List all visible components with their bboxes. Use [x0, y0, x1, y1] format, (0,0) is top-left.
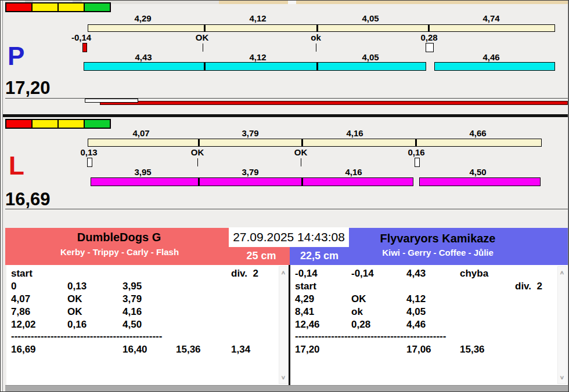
- p-split-bar: [88, 24, 555, 32]
- l-split-label-2: 3,79: [242, 129, 258, 137]
- table-row: 4,07OK3,79: [6, 293, 289, 305]
- bottom-status-strip: [5, 385, 568, 392]
- lane-separator-bar: [3, 114, 568, 117]
- p-change-tick-2: [316, 43, 316, 52]
- p-split-tick-3: [428, 25, 430, 31]
- l-segment-label-1: 3,95: [134, 168, 151, 176]
- l-split-bar: [88, 139, 542, 147]
- l-mark-label-4: 0,16: [408, 148, 424, 157]
- table-row: startdiv. 2: [290, 281, 568, 292]
- p-segment-bar-2: [434, 62, 555, 71]
- p-lane-label: P: [8, 45, 24, 68]
- p-start-fault-marker: [82, 43, 87, 52]
- table-total-row: 17,2017,0615,36: [290, 344, 568, 355]
- p-segment-tick-2: [316, 63, 318, 70]
- table-row: 8,41ok4,05: [290, 306, 568, 318]
- table-row: 4,29OK4,12: [290, 293, 568, 305]
- team-right-result-panel[interactable]: -0,14-0,144,43chyba startdiv. 2 4,29OK4,…: [290, 265, 568, 385]
- p-block-green: [84, 2, 111, 12]
- scroll-down-icon[interactable]: ∨: [558, 375, 566, 380]
- p-mark-label-4: 0,28: [420, 33, 437, 42]
- l-segment-bar-2: [419, 177, 541, 186]
- p-total-time: 17,20: [5, 79, 51, 97]
- l-mark-label-3: OK: [294, 148, 308, 157]
- run-progress-bar: [100, 101, 568, 105]
- l-block-yellow-1: [31, 119, 59, 129]
- l-mark-label-1: 0,13: [80, 148, 97, 157]
- p-segment-label-2: 4,12: [249, 53, 266, 61]
- window-left-frame: [2, 1, 3, 392]
- l-segment-label-3: 4,16: [345, 168, 362, 176]
- p-split-label-1: 4,29: [134, 14, 151, 23]
- p-gap-marker: [426, 43, 434, 52]
- p-segment-label-3: 4,05: [362, 53, 379, 61]
- table-total-row: 16,6916,4015,361,34: [6, 344, 289, 355]
- team-left-dogs: Kerby - Trippy - Carly - Flash: [60, 247, 179, 257]
- l-block-green: [84, 119, 111, 129]
- team-left-result-panel[interactable]: startdiv. 2 00,133,95 4,07OK3,79 7,86OK4…: [6, 265, 289, 385]
- table-row: -0,14-0,144,43chyba: [290, 268, 568, 280]
- l-change-tick-2: [301, 158, 301, 166]
- l-split-label-3: 4,16: [346, 129, 363, 137]
- scroll-up-icon[interactable]: ∧: [558, 270, 566, 275]
- l-mark-label-2: OK: [191, 148, 204, 157]
- scroll-up-icon[interactable]: ∧: [279, 270, 287, 275]
- l-gap-marker: [415, 158, 420, 167]
- p-block-yellow-2: [57, 2, 85, 12]
- p-split-tick-1: [204, 25, 206, 31]
- table-row: 12,020,164,50: [6, 319, 289, 331]
- team-left-jump-height: 25 cm: [246, 250, 276, 262]
- p-mark-label-2: OK: [196, 33, 209, 42]
- table-row: 7,86OK4,16: [6, 306, 289, 318]
- l-segment-label-4: 4,50: [469, 168, 486, 176]
- p-segment-tick-1: [204, 63, 206, 70]
- p-block-yellow-1: [31, 2, 59, 12]
- p-split-tick-2: [316, 25, 318, 31]
- l-split-label-1: 4,07: [132, 129, 149, 137]
- table-separator: ----------------------------------------…: [11, 332, 162, 340]
- l-segment-tick-1: [198, 178, 200, 186]
- left-panel-scrollbar[interactable]: ∧ ∨: [279, 266, 288, 384]
- run-marker-bar: [85, 99, 138, 103]
- table-separator: ----------------------------------------…: [295, 332, 446, 340]
- p-segment-label-4: 4,46: [482, 53, 499, 61]
- p-split-label-3: 4,05: [362, 14, 379, 23]
- l-segment-label-2: 3,79: [242, 168, 258, 176]
- p-mark-label-3: ok: [311, 33, 321, 42]
- p-traffic-blocks: [5, 2, 111, 12]
- team-right-jump-height: 22,5 cm: [300, 250, 338, 262]
- top-strip-notch: [288, 1, 296, 4]
- p-segment-label-1: 4,43: [135, 53, 152, 61]
- top-strip-tan: [219, 1, 568, 4]
- p-mark-label-1: -0,14: [71, 33, 91, 42]
- l-traffic-blocks: [5, 119, 111, 129]
- team-left-name: DumbleDogs G: [77, 231, 161, 244]
- l-segment-bar-1: [91, 177, 413, 186]
- p-split-label-2: 4,12: [249, 14, 266, 23]
- l-total-time: 16,69: [5, 191, 51, 208]
- p-change-tick-1: [203, 43, 203, 52]
- l-lane-label: L: [9, 154, 24, 177]
- l-split-tick-1: [198, 139, 200, 146]
- team-right-name: Flyvaryors Kamikaze: [380, 232, 495, 245]
- p-split-label-4: 4,74: [482, 14, 499, 23]
- right-panel-scrollbar[interactable]: ∧ ∨: [557, 266, 567, 384]
- team-right-dogs: Kiwi - Gerry - Coffee - Jůlie: [382, 248, 494, 257]
- l-start-marker: [87, 158, 92, 167]
- l-segment-tick-2: [301, 178, 303, 186]
- table-row: startdiv. 2: [6, 268, 289, 280]
- table-row: 12,460,284,46: [290, 319, 568, 331]
- l-split-tick-3: [415, 139, 417, 146]
- l-split-label-4: 4,66: [469, 129, 486, 137]
- window-right-frame: [568, 1, 568, 392]
- l-block-yellow-2: [57, 119, 85, 129]
- table-row: 00,133,95: [6, 281, 289, 292]
- l-change-tick-1: [197, 158, 198, 166]
- l-block-red: [5, 119, 33, 129]
- l-section-divider: [5, 209, 568, 209]
- l-split-tick-2: [301, 139, 303, 146]
- datetime-display: 27.09.2025 14:43:08: [229, 227, 349, 247]
- flyball-timer-window: P 17,20 4,29 4,12 4,05 4,74 -0,14 OK ok …: [0, 0, 569, 392]
- p-block-red: [5, 2, 33, 12]
- scroll-down-icon[interactable]: ∨: [279, 375, 287, 380]
